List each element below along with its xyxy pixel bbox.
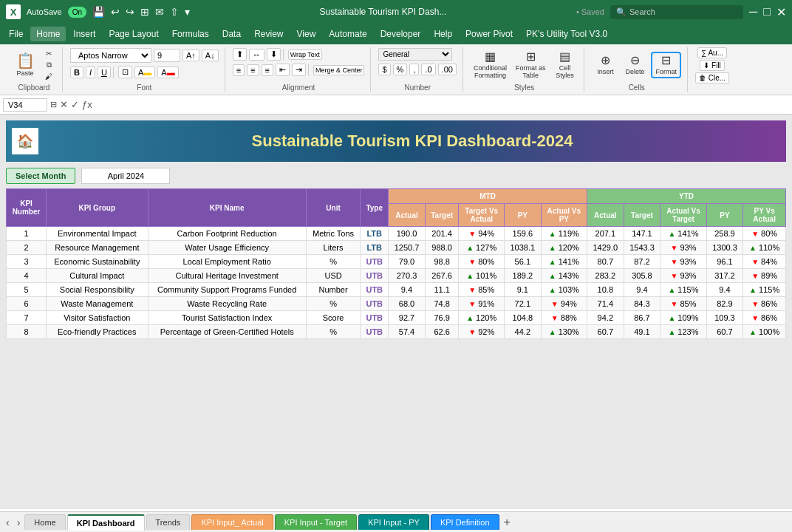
cell-kpi-group: Visitor Satisfaction: [47, 311, 148, 325]
toolbar-grid-icon[interactable]: ⊞: [140, 6, 149, 18]
expand-icon[interactable]: ⊟: [50, 100, 57, 109]
menu-view[interactable]: View: [291, 27, 322, 41]
restore-icon[interactable]: □: [763, 5, 771, 18]
menu-automate[interactable]: Automate: [323, 27, 372, 41]
menu-page-layout[interactable]: Page Layout: [103, 27, 164, 41]
toolbar-redo-icon[interactable]: ↪: [126, 6, 134, 18]
autosave-toggle[interactable]: On: [68, 7, 86, 18]
up-arrow-icon: ▲: [749, 286, 757, 294]
up-arrow-icon: ▲: [549, 258, 556, 266]
down-arrow-icon: ▼: [751, 314, 759, 322]
cancel-formula-icon[interactable]: ✕: [60, 99, 68, 110]
tab-nav-next[interactable]: ›: [14, 516, 24, 528]
insert-cells-button[interactable]: ⊕ Insert: [592, 53, 618, 77]
align-left-button[interactable]: ≡: [233, 64, 245, 76]
align-top-button[interactable]: ⬆: [233, 48, 247, 61]
font-color-button[interactable]: A▬: [157, 66, 178, 78]
clear-button[interactable]: 🗑 Cle...: [695, 72, 729, 83]
align-middle-button[interactable]: ↔: [249, 49, 264, 61]
underline-button[interactable]: U: [98, 66, 111, 78]
toolbar-dropdown-icon[interactable]: ▾: [185, 6, 190, 18]
menu-help[interactable]: Help: [428, 27, 458, 41]
toolbar-share-icon[interactable]: ⇧: [170, 6, 179, 18]
cell-styles-button[interactable]: ▤ CellStyles: [551, 50, 578, 81]
align-center-button[interactable]: ≡: [247, 64, 259, 76]
confirm-formula-icon[interactable]: ✓: [71, 99, 79, 110]
col-unit: Unit: [306, 189, 360, 227]
format-painter-button[interactable]: 🖌: [41, 72, 56, 81]
toolbar-email-icon[interactable]: ✉: [155, 6, 164, 18]
select-month-button[interactable]: Select Month: [6, 168, 75, 184]
tab-home[interactable]: Home: [24, 514, 65, 530]
up-arrow-icon: ▲: [749, 244, 757, 252]
tab-trends[interactable]: Trends: [146, 514, 191, 530]
tab-nav-prev[interactable]: ‹: [3, 516, 13, 528]
menu-data[interactable]: Data: [216, 27, 247, 41]
conditional-formatting-button[interactable]: ▦ ConditionalFormatting: [471, 50, 510, 81]
fill-color-button[interactable]: A▬: [134, 66, 155, 78]
toolbar-undo-icon[interactable]: ↩: [111, 6, 120, 18]
cell-ytd-target: 147.1: [624, 227, 660, 241]
mtd-avpy-header: Actual VsPY: [541, 204, 587, 227]
cell-unit: %: [306, 255, 360, 269]
menu-insert[interactable]: Insert: [67, 27, 101, 41]
tab-kpi-input-target[interactable]: KPI Input - Target: [275, 514, 357, 530]
increase-font-button[interactable]: A↑: [182, 50, 199, 61]
tab-kpi-dashboard[interactable]: KPI Dashboard: [67, 514, 145, 531]
tab-kpi-input-actual[interactable]: KPI Input_ Actual: [191, 514, 273, 530]
decrease-font-button[interactable]: A↓: [202, 50, 219, 61]
percent-button[interactable]: %: [393, 64, 408, 75]
toolbar-save-icon[interactable]: 💾: [92, 6, 105, 18]
increase-indent-button[interactable]: ⇥: [292, 64, 306, 76]
cell-ytd-pva: ▼ 86%: [743, 311, 786, 325]
tab-kpi-input-py[interactable]: KPI Input - PY: [358, 514, 429, 530]
search-box[interactable]: 🔍 Search: [610, 5, 743, 19]
minimize-icon[interactable]: ─: [749, 5, 757, 18]
tab-kpi-definition[interactable]: KPI Definition: [431, 514, 499, 530]
close-icon[interactable]: ✕: [776, 5, 786, 19]
currency-button[interactable]: $: [378, 64, 390, 75]
italic-button[interactable]: I: [86, 66, 95, 78]
format-cells-button[interactable]: ⊟ Format: [651, 52, 681, 78]
increase-decimal-button[interactable]: .00: [438, 64, 457, 75]
decrease-indent-button[interactable]: ⇤: [276, 64, 290, 76]
insert-function-icon[interactable]: ƒx: [82, 99, 92, 110]
paste-button[interactable]: 📋 Paste: [12, 52, 38, 78]
font-name-selector[interactable]: Aptos Narrow: [70, 48, 151, 63]
number-format-selector[interactable]: General: [378, 48, 452, 61]
add-sheet-button[interactable]: +: [501, 516, 513, 529]
cell-ytd-pva: ▲ 110%: [743, 241, 786, 255]
ytd-pva-header: PY VsActual: [743, 204, 786, 227]
formula-input[interactable]: [95, 99, 789, 111]
delete-cells-button[interactable]: ⊖ Delete: [621, 53, 648, 77]
cell-mtd-tva: ▼ 85%: [459, 283, 505, 297]
align-bottom-button[interactable]: ⬇: [267, 48, 281, 61]
home-icon[interactable]: 🏠: [12, 128, 38, 154]
format-table-button[interactable]: ⊞ Format asTable: [513, 50, 549, 81]
wrap-text-button[interactable]: Wrap Text: [288, 50, 322, 60]
bold-button[interactable]: B: [70, 66, 83, 78]
fill-button[interactable]: ⬇ Fill: [700, 60, 725, 71]
menu-home[interactable]: Home: [30, 27, 66, 41]
merge-center-button[interactable]: Merge & Center: [313, 65, 365, 75]
decrease-decimal-button[interactable]: .0: [421, 64, 435, 75]
menu-developer[interactable]: Developer: [375, 27, 427, 41]
copy-button[interactable]: ⧉: [41, 60, 56, 70]
autosum-button[interactable]: ∑ Au...: [697, 47, 727, 58]
cell-reference-input[interactable]: [3, 98, 47, 112]
menu-power-pivot[interactable]: Power Pivot: [460, 27, 519, 41]
cell-kpi-name: Water Usage Efficiency: [148, 241, 306, 255]
menu-formulas[interactable]: Formulas: [166, 27, 215, 41]
menu-utility-tool[interactable]: PK's Utility Tool V3.0: [520, 27, 613, 41]
border-button[interactable]: ⊡: [118, 66, 132, 78]
cell-kpi-name: Tourist Satisfaction Index: [148, 311, 306, 325]
cell-kpi-name: Local Employment Ratio: [148, 255, 306, 269]
cut-button[interactable]: ✂: [41, 49, 56, 58]
align-right-button[interactable]: ≡: [262, 64, 273, 76]
menu-review[interactable]: Review: [248, 27, 289, 41]
cell-mtd-avpy: ▲ 143%: [541, 269, 587, 283]
comma-button[interactable]: ,: [409, 64, 419, 75]
font-size-input[interactable]: [154, 49, 180, 62]
menu-file[interactable]: File: [3, 27, 29, 41]
up-arrow-icon: ▲: [549, 272, 556, 280]
